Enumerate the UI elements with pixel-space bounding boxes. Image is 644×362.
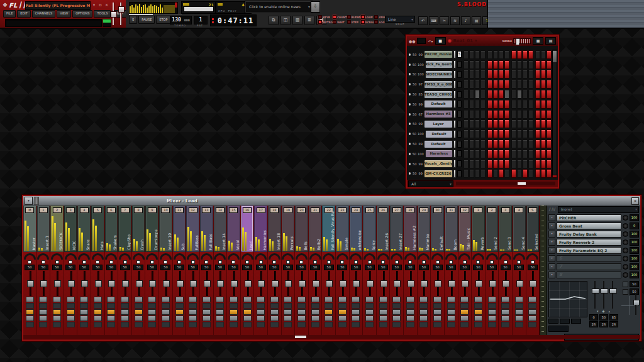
typing-keyboard-button[interactable]: ⌨: [429, 16, 438, 25]
record-arm-button[interactable]: [175, 303, 184, 309]
channel-pan-value[interactable]: 50: [412, 72, 416, 76]
volume-value[interactable]: 50: [296, 265, 306, 270]
record-arm-button[interactable]: [311, 303, 319, 309]
step-cell[interactable]: [480, 80, 486, 89]
volume-value[interactable]: 50: [133, 265, 143, 270]
mixer-track-bells[interactable]: 20Bells50: [295, 206, 309, 335]
slot-menu-button[interactable]: ▾: [548, 239, 555, 246]
step-cell[interactable]: [475, 80, 480, 89]
stereo-button[interactable]: [501, 297, 509, 302]
route-button[interactable]: [80, 315, 88, 321]
mute-led[interactable]: [69, 260, 72, 264]
mixer-track-whitenoise[interactable]: 24whitenoise50: [350, 206, 364, 335]
slot-mix-value[interactable]: 100: [630, 255, 639, 262]
mixer-track-sub[interactable]: 11Sub50: [173, 206, 187, 335]
fx-enable-button[interactable]: [80, 309, 88, 315]
link-button[interactable]: [528, 322, 536, 327]
step-cell[interactable]: [493, 150, 498, 158]
channel-target-badge[interactable]: [457, 141, 462, 148]
step-cell[interactable]: [541, 129, 546, 138]
link-button[interactable]: [53, 322, 61, 327]
volume-fader[interactable]: [448, 271, 455, 296]
volume-value[interactable]: 50: [269, 265, 279, 270]
mixer-track-shakers[interactable]: 6Shakers50: [105, 206, 119, 335]
channel-pan-value[interactable]: 50: [412, 82, 417, 86]
channel-mini-slider[interactable]: [453, 110, 456, 118]
step-cell[interactable]: [504, 119, 509, 128]
link-button[interactable]: [365, 322, 374, 327]
fader-handle[interactable]: [163, 280, 170, 287]
record-arm-button[interactable]: [379, 303, 387, 309]
volume-value[interactable]: 50: [473, 265, 483, 270]
stereo-button[interactable]: [474, 297, 482, 302]
volume-fader[interactable]: [189, 271, 196, 296]
step-cell[interactable]: [504, 140, 509, 148]
slot-mix-knob[interactable]: [623, 264, 628, 270]
mixer-track-bells2[interactable]: 21Bells250: [309, 206, 323, 335]
record-arm-button[interactable]: [392, 303, 401, 309]
mixer-track-kick[interactable]: 3KICK50: [64, 206, 78, 335]
step-cell[interactable]: [541, 119, 546, 128]
volume-value[interactable]: 50: [215, 265, 225, 270]
record-arm-button[interactable]: [325, 303, 333, 309]
slot-mix-value[interactable]: 0: [630, 222, 639, 229]
swing-slider[interactable]: [513, 38, 531, 44]
step-cell[interactable]: [475, 160, 480, 168]
channel-pan-value[interactable]: 50: [412, 112, 417, 116]
fx-enable-button[interactable]: [311, 309, 319, 315]
step-cell[interactable]: [528, 80, 533, 89]
channel-enable-led[interactable]: [409, 113, 411, 116]
record-arm-button[interactable]: [447, 303, 455, 309]
volume-value[interactable]: 50: [405, 265, 415, 270]
step-cell[interactable]: [487, 150, 492, 158]
mute-led[interactable]: [42, 260, 45, 264]
volume-fader[interactable]: [502, 271, 509, 296]
fader-handle[interactable]: [54, 280, 61, 287]
volume-fader[interactable]: [244, 271, 251, 296]
slot-mix-knob[interactable]: [623, 239, 628, 245]
track-color-panel[interactable]: 18Insert 18: [268, 206, 281, 252]
fx-enable-button[interactable]: [121, 309, 129, 315]
eq-level-value[interactable]: 0: [589, 314, 598, 321]
pan-knob[interactable]: [160, 253, 172, 260]
track-color-panel[interactable]: 28Harmless #2: [404, 206, 417, 252]
step-cell[interactable]: [487, 119, 492, 128]
mixer-track-sidekick[interactable]: 2SIDEKICK50: [50, 206, 64, 335]
mixer-track-snare[interactable]: 4Snare50: [77, 206, 91, 335]
step-cell[interactable]: [464, 140, 469, 148]
step-cell[interactable]: [499, 150, 504, 158]
step-cell[interactable]: [504, 100, 509, 109]
menu-edit[interactable]: EDIT: [17, 10, 31, 18]
route-button[interactable]: [379, 315, 387, 321]
menu-view[interactable]: VIEW: [57, 10, 71, 18]
mixer-track-insert-27[interactable]: 27Insert 2750: [390, 206, 404, 335]
volume-value[interactable]: 50: [38, 265, 48, 270]
track-color-panel[interactable]: 16Lead: [241, 206, 254, 252]
track-color-panel[interactable]: 13Full Bass: [200, 206, 213, 252]
mute-led[interactable]: [231, 260, 235, 264]
step-cell[interactable]: [499, 140, 504, 148]
record-arm-button[interactable]: [39, 303, 47, 309]
mixer-track-send-2[interactable]: 2Send 250: [486, 206, 499, 335]
route-button[interactable]: [392, 315, 401, 321]
fx-enable-button[interactable]: [26, 309, 34, 315]
fx-enable-button[interactable]: [148, 309, 156, 315]
stereo-button[interactable]: [257, 297, 265, 302]
slot-menu-button[interactable]: ▾: [548, 214, 555, 221]
track-color-panel[interactable]: 20Bells: [295, 206, 308, 252]
fader-handle[interactable]: [95, 280, 102, 287]
route-button[interactable]: [433, 315, 441, 321]
step-cell[interactable]: [535, 150, 540, 158]
pan-knob[interactable]: [445, 253, 457, 260]
playlist-toggle-button[interactable]: ⧉: [269, 16, 279, 25]
record-arm-button[interactable]: [257, 303, 265, 309]
step-cell[interactable]: [487, 70, 492, 79]
rack-vertical-scrollbar[interactable]: [552, 50, 557, 175]
channel-target-badge[interactable]: [457, 91, 462, 98]
mute-led[interactable]: [286, 260, 290, 264]
mute-led[interactable]: [136, 260, 140, 264]
channel-mini-slider[interactable]: [453, 160, 456, 168]
mute-led[interactable]: [123, 260, 127, 264]
route-button[interactable]: [94, 315, 102, 321]
record-arm-button[interactable]: [352, 303, 360, 309]
